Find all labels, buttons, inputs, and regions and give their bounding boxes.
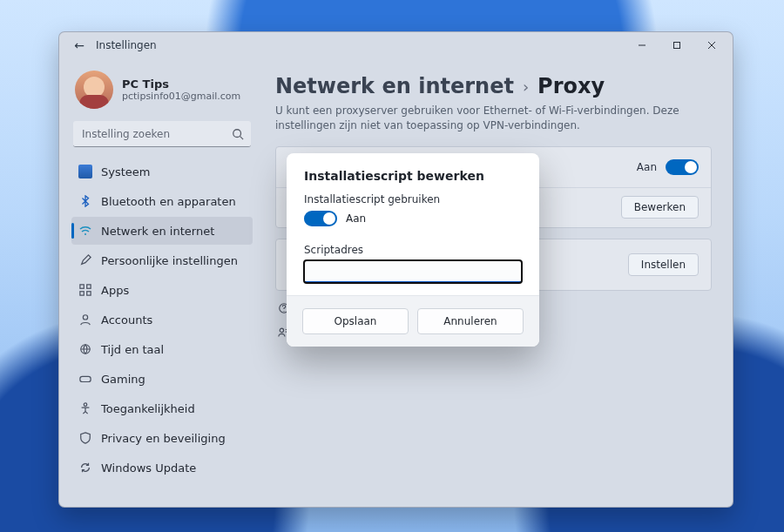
- search-input[interactable]: [73, 121, 251, 147]
- breadcrumb-parent[interactable]: Netwerk en internet: [275, 74, 514, 98]
- sidebar-item-network[interactable]: Netwerk en internet: [71, 217, 253, 245]
- sidebar-item-personalization[interactable]: Persoonlijke instellingen: [71, 246, 253, 274]
- svg-rect-1: [674, 43, 680, 49]
- save-button[interactable]: Opslaan: [302, 308, 409, 334]
- user-block[interactable]: PC Tips pctipsinfo01@gmail.com: [75, 71, 249, 109]
- auto-detect-toggle[interactable]: [666, 159, 699, 175]
- sidebar-item-label: Netwerk en internet: [101, 225, 214, 238]
- sidebar-item-time[interactable]: Tijd en taal: [71, 335, 253, 363]
- use-script-toggle[interactable]: [304, 211, 337, 226]
- edit-button[interactable]: Bewerken: [621, 196, 699, 219]
- svg-line-5: [240, 137, 244, 140]
- window-title: Instellingen: [96, 39, 157, 51]
- svg-point-11: [83, 315, 87, 320]
- brush-icon: [78, 253, 92, 267]
- svg-rect-9: [80, 292, 84, 295]
- sidebar-item-label: Privacy en beveiliging: [101, 432, 226, 445]
- sidebar-item-label: Bluetooth en apparaten: [101, 195, 236, 208]
- svg-rect-8: [87, 285, 91, 288]
- sidebar-item-accounts[interactable]: Accounts: [71, 306, 253, 333]
- sidebar-item-system[interactable]: Systeem: [71, 158, 253, 185]
- sidebar-item-label: Systeem: [101, 165, 150, 178]
- sidebar-item-accessibility[interactable]: Toegankelijkheid: [71, 394, 253, 422]
- sidebar-item-label: Accounts: [101, 313, 152, 327]
- toggle-state-label: Aan: [346, 212, 366, 225]
- edit-script-dialog: Installatiescript bewerken Installatiesc…: [287, 153, 539, 347]
- sidebar-item-label: Tijd en taal: [101, 343, 164, 356]
- nav-list: Systeem Bluetooth en apparaten Netwerk e…: [71, 158, 253, 481]
- back-icon[interactable]: ←: [71, 38, 87, 52]
- search-wrap: [73, 121, 251, 147]
- wifi-icon: [78, 224, 92, 238]
- minimize-button[interactable]: [625, 32, 659, 58]
- sidebar: PC Tips pctipsinfo01@gmail.com Systeem B…: [59, 58, 261, 507]
- sidebar-item-gaming[interactable]: Gaming: [71, 365, 253, 393]
- breadcrumb-current: Proxy: [537, 74, 605, 98]
- user-email: pctipsinfo01@gmail.com: [122, 91, 240, 102]
- sidebar-item-label: Apps: [101, 284, 129, 297]
- accessibility-icon: [78, 401, 92, 415]
- svg-rect-10: [87, 292, 91, 295]
- dialog-title: Installatiescript bewerken: [304, 169, 522, 183]
- script-address-label: Scriptadres: [304, 244, 363, 256]
- globe-icon: [78, 342, 92, 356]
- maximize-button[interactable]: [659, 32, 694, 58]
- chevron-right-icon: ›: [523, 77, 529, 96]
- search-icon: [232, 127, 244, 139]
- svg-point-4: [233, 130, 241, 138]
- cancel-button[interactable]: Annuleren: [417, 308, 524, 334]
- window-buttons: [625, 32, 729, 58]
- shield-icon: [78, 431, 92, 445]
- apps-icon: [78, 283, 92, 297]
- person-icon: [78, 313, 92, 327]
- update-icon: [78, 461, 92, 475]
- page-description: U kunt een proxyserver gebruiken voor Et…: [275, 104, 685, 134]
- sidebar-item-label: Persoonlijke instellingen: [101, 254, 238, 267]
- svg-point-16: [283, 311, 284, 312]
- setup-button[interactable]: Instellen: [628, 253, 699, 276]
- titlebar: ← Instellingen: [59, 32, 733, 58]
- user-name: PC Tips: [122, 77, 240, 91]
- sidebar-item-update[interactable]: Windows Update: [71, 454, 253, 481]
- close-button[interactable]: [694, 32, 729, 58]
- sidebar-item-label: Toegankelijkheid: [101, 402, 195, 415]
- svg-rect-7: [80, 285, 84, 288]
- use-script-label: Installatiescript gebruiken: [304, 193, 522, 205]
- svg-point-6: [84, 233, 86, 235]
- sidebar-item-apps[interactable]: Apps: [71, 276, 253, 304]
- sidebar-item-label: Gaming: [101, 373, 145, 386]
- toggle-state: Aan: [637, 161, 657, 173]
- sidebar-item-label: Windows Update: [101, 461, 196, 475]
- svg-point-17: [280, 328, 283, 332]
- svg-point-14: [84, 403, 87, 407]
- gaming-icon: [78, 372, 92, 386]
- breadcrumb: Netwerk en internet › Proxy: [275, 74, 712, 98]
- avatar: [75, 71, 113, 109]
- sidebar-item-bluetooth[interactable]: Bluetooth en apparaten: [71, 187, 253, 215]
- sidebar-item-privacy[interactable]: Privacy en beveiliging: [71, 424, 253, 452]
- system-icon: [78, 165, 92, 178]
- svg-rect-13: [80, 376, 91, 381]
- bluetooth-icon: [78, 194, 92, 208]
- script-address-input[interactable]: [304, 260, 522, 283]
